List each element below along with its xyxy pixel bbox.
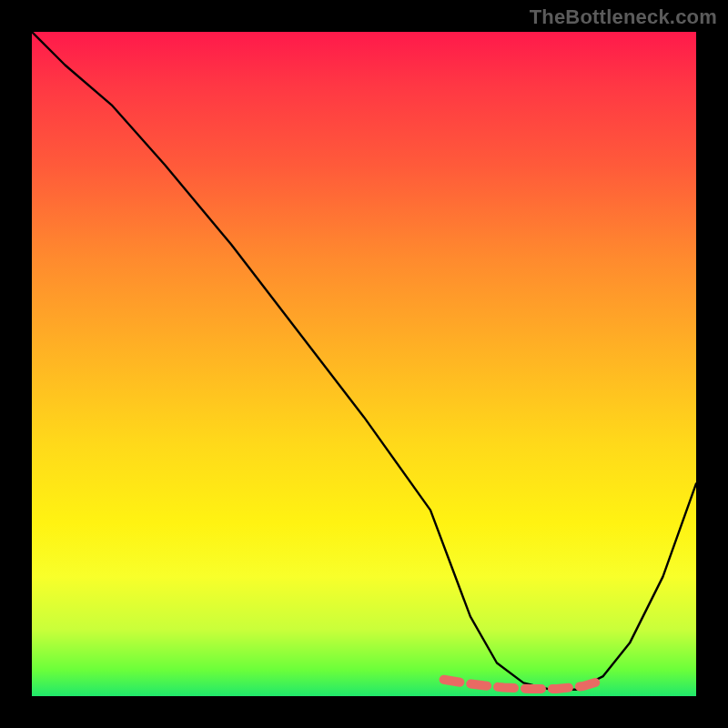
bottleneck-curve-path <box>32 32 696 690</box>
plot-area <box>32 32 696 696</box>
highlight-segment-path <box>444 680 603 689</box>
watermark-text: TheBottleneck.com <box>530 5 717 29</box>
chart-svg <box>32 32 696 696</box>
chart-frame: TheBottleneck.com <box>0 0 728 728</box>
